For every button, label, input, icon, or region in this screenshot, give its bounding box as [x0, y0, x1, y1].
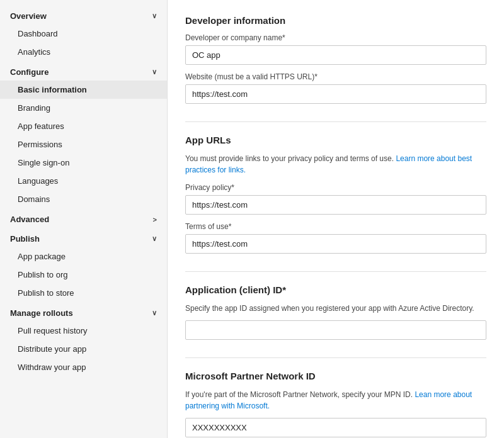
developer-info-block: Developer information Developer or compa…	[185, 15, 486, 104]
terms-label: Terms of use*	[185, 222, 486, 231]
client-id-block: Application (client) ID* Specify the app…	[185, 284, 486, 340]
partner-network-desc-text: If you're part of the Microsoft Partner …	[185, 390, 413, 399]
website-label: Website (must be a valid HTTPS URL)*	[185, 72, 486, 81]
chevron-publish-icon: ∨	[152, 235, 157, 243]
privacy-label: Privacy policy*	[185, 183, 486, 192]
sidebar-section-publish[interactable]: Publish∨	[0, 228, 167, 247]
sidebar-item-publish-to-store[interactable]: Publish to store	[0, 284, 167, 302]
app-urls-block: App URLs You must provide links to your …	[185, 135, 486, 254]
sidebar-item-pull-request-history[interactable]: Pull request history	[0, 322, 167, 340]
sidebar-item-domains[interactable]: Domains	[0, 190, 167, 208]
website-input[interactable]	[185, 84, 486, 104]
sidebar-item-withdraw-your-app[interactable]: Withdraw your app	[0, 358, 167, 376]
divider-2	[185, 271, 486, 272]
sidebar-item-permissions[interactable]: Permissions	[0, 135, 167, 154]
app-urls-description: You must provide links to your privacy p…	[185, 153, 486, 176]
app-urls-desc-text: You must provide links to your privacy p…	[185, 154, 394, 163]
app-urls-title: App URLs	[185, 135, 486, 145]
terms-input[interactable]	[185, 234, 486, 254]
chevron-configure-icon: ∨	[152, 68, 157, 76]
sidebar: Overview∨DashboardAnalyticsConfigure∨Bas…	[0, 0, 168, 438]
divider-1	[185, 121, 486, 122]
chevron-advanced-icon: >	[153, 216, 157, 223]
client-id-description: Specify the app ID assigned when you reg…	[185, 303, 486, 314]
divider-3	[185, 357, 486, 358]
sidebar-section-label-configure: Configure	[10, 67, 49, 77]
dev-name-label: Developer or company name*	[185, 33, 486, 42]
partner-network-description: If you're part of the Microsoft Partner …	[185, 389, 486, 412]
sidebar-item-dashboard[interactable]: Dashboard	[0, 25, 167, 43]
client-id-input[interactable]	[185, 320, 486, 340]
sidebar-item-analytics[interactable]: Analytics	[0, 43, 167, 61]
sidebar-item-distribute-your-app[interactable]: Distribute your app	[0, 340, 167, 358]
sidebar-item-branding[interactable]: Branding	[0, 99, 167, 117]
sidebar-section-manage-rollouts[interactable]: Manage rollouts∨	[0, 302, 167, 322]
sidebar-section-label-advanced: Advanced	[10, 215, 49, 224]
sidebar-section-advanced[interactable]: Advanced>	[0, 208, 167, 228]
sidebar-section-overview[interactable]: Overview∨	[0, 5, 167, 25]
sidebar-item-publish-to-org[interactable]: Publish to org	[0, 266, 167, 284]
sidebar-item-basic-information[interactable]: Basic information	[0, 81, 167, 99]
sidebar-item-app-features[interactable]: App features	[0, 117, 167, 135]
partner-network-title: Microsoft Partner Network ID	[185, 371, 486, 381]
sidebar-section-label-manage-rollouts: Manage rollouts	[10, 308, 73, 318]
privacy-input[interactable]	[185, 195, 486, 215]
dev-name-input[interactable]	[185, 45, 486, 65]
developer-info-title: Developer information	[185, 15, 486, 26]
sidebar-item-app-package[interactable]: App package	[0, 247, 167, 266]
sidebar-item-single-sign-on[interactable]: Single sign-on	[0, 154, 167, 172]
partner-network-input[interactable]	[185, 418, 486, 437]
chevron-manage-rollouts-icon: ∨	[152, 309, 157, 317]
sidebar-item-languages[interactable]: Languages	[0, 172, 167, 190]
main-content: Developer information Developer or compa…	[168, 0, 504, 438]
sidebar-section-label-publish: Publish	[10, 234, 40, 244]
client-id-title: Application (client) ID*	[185, 284, 486, 295]
partner-network-block: Microsoft Partner Network ID If you're p…	[185, 371, 486, 437]
sidebar-section-label-overview: Overview	[10, 11, 47, 21]
sidebar-section-configure[interactable]: Configure∨	[0, 61, 167, 81]
chevron-overview-icon: ∨	[152, 12, 157, 20]
